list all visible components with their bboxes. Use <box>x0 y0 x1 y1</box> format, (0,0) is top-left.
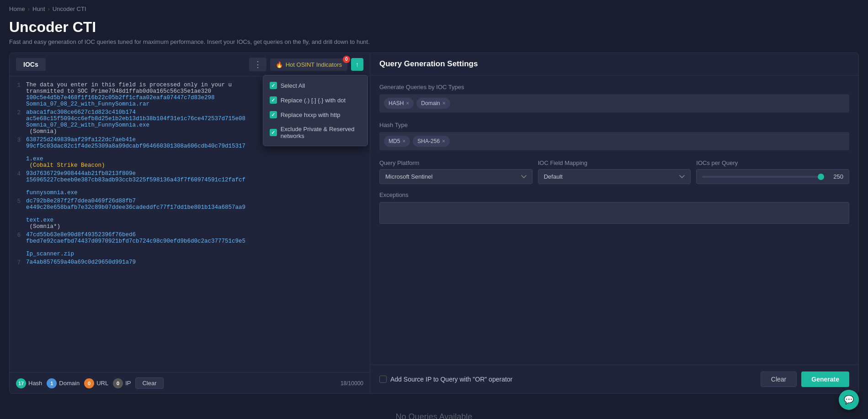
ioc-line: 647cd55b63e8e90d8f49352396f76bed6 fbed7e… <box>10 231 370 258</box>
export-icon: ↑ <box>356 61 359 68</box>
chat-icon: 💬 <box>844 395 854 405</box>
hash-label: Hash <box>28 380 42 387</box>
line-number: 7 <box>10 259 26 266</box>
iocs-per-query-group: IOCs per Query 250 <box>696 159 849 184</box>
ioc-types-tags: HASH × Domain × <box>379 94 849 112</box>
line-part: 100c5e4d5b7e468f1f16b22c05b2ff1cfaa02eaf… <box>26 95 215 101</box>
domain-count-badge: 1 Domain <box>47 378 80 388</box>
dropdown-menu: Select All Replace (.) [.] {.} with dot … <box>263 75 368 146</box>
line-part: (Cobalt Strike Beacon) <box>26 162 105 169</box>
sha256-tag[interactable]: SHA-256 × <box>413 136 450 147</box>
exclude-private-item[interactable]: Exclude Private & Reserved networks <box>263 122 367 143</box>
ioc-actions: ⋮ Select All Replace (.) [.] {.} with do… <box>249 58 363 71</box>
ioc-tab: IOCs <box>16 58 46 71</box>
replace-hxxp-item[interactable]: Replace hxxp with http <box>263 107 367 122</box>
hash-tag-label: HASH <box>389 100 404 106</box>
slider-track <box>702 176 824 178</box>
slider-value: 250 <box>830 173 843 180</box>
settings-header: Query Generation Settings <box>370 53 858 75</box>
hot-osint-button[interactable]: 🔥 Hot OSINT Indicators 0 <box>270 58 347 71</box>
breadcrumb-sep1: › <box>28 5 30 12</box>
hash-type-label: Hash Type <box>379 122 849 128</box>
line-part: ac5e68c15f5094cc6efb8d25e1b2eb13d1b38b10… <box>26 116 245 122</box>
exclude-private-label: Exclude Private & Reserved networks <box>281 126 361 139</box>
page-header: Uncoder CTI Fast and easy generation of … <box>0 15 868 53</box>
line-content: 7a4ab857659a40a69c0d29650d991a79 <box>26 259 370 266</box>
line-part: (Somnia) <box>26 128 57 135</box>
source-ip-label: Add Source IP to Query with "OR" operato… <box>390 376 512 383</box>
ioc-field-mapping-select[interactable]: Default Custom <box>538 169 691 184</box>
line-part: (Somnia*) <box>26 223 60 230</box>
hash-tag-close[interactable]: × <box>406 100 409 106</box>
line-part: Somnia_07_08_22_with_FunnySomnia.exe <box>26 122 149 128</box>
iocs-per-query-label: IOCs per Query <box>696 159 849 166</box>
ioc-line: 5dc792b8e287f2f7ddea0469f26d88fb7 e449c2… <box>10 197 370 231</box>
footer-buttons: Clear Generate <box>761 371 849 387</box>
bottom-section: No Queries Available <box>0 403 868 419</box>
line-part: 7a4ab857659a40a69c0d29650d991a79 <box>26 259 136 265</box>
ioc-footer: 17 Hash 1 Domain 0 URL 0 IP Clear 18/100… <box>10 372 370 393</box>
iocs-per-query-slider-row: 250 <box>696 169 849 184</box>
replace-hxxp-label: Replace hxxp with http <box>281 111 341 118</box>
md5-tag-close[interactable]: × <box>402 138 405 144</box>
sha256-tag-label: SHA-256 <box>417 138 440 144</box>
line-part: Somnia_07_08_22_with_FunnySomnia.rar <box>26 101 149 107</box>
url-label: URL <box>96 380 108 387</box>
hash-count-badge: 17 Hash <box>16 378 42 388</box>
ioc-line: 77a4ab857659a40a69c0d29650d991a79 <box>10 258 370 267</box>
domain-tag[interactable]: Domain × <box>416 98 450 109</box>
breadcrumb-current: Uncoder CTI <box>53 5 86 12</box>
slider-thumb[interactable] <box>818 174 824 180</box>
replace-dot-label: Replace (.) [.] {.} with dot <box>281 97 346 104</box>
hot-osint-label: Hot OSINT Indicators <box>286 61 342 68</box>
breadcrumb-hunt[interactable]: Hunt <box>32 5 45 12</box>
replace-hxxp-checkbox <box>270 111 277 118</box>
domain-label: Domain <box>59 380 80 387</box>
settings-footer: Add Source IP to Query with "OR" operato… <box>370 365 858 393</box>
select-all-checkbox <box>270 82 277 89</box>
ioc-field-mapping-label: IOC Field Mapping <box>538 159 691 166</box>
export-button[interactable]: ↑ <box>351 58 363 71</box>
query-platform-select[interactable]: Microsoft Sentinel Splunk Elastic QRadar <box>379 169 533 184</box>
page-title: Uncoder CTI <box>9 19 859 36</box>
url-badge-circle: 0 <box>84 378 94 388</box>
source-ip-checkbox[interactable] <box>379 376 387 383</box>
line-number: 2 <box>10 109 26 135</box>
replace-dot-checkbox <box>270 96 277 104</box>
ip-count-badge: 0 IP <box>113 378 131 388</box>
ioc-panel: IOCs ⋮ Select All Replace (.) [.] {.} wi… <box>9 53 370 394</box>
breadcrumb: Home › Hunt › Uncoder CTI <box>0 0 868 15</box>
ioc-header: IOCs ⋮ Select All Replace (.) [.] {.} wi… <box>10 53 370 76</box>
domain-tag-close[interactable]: × <box>442 100 446 106</box>
breadcrumb-home[interactable]: Home <box>9 5 25 12</box>
generate-button[interactable]: Generate <box>801 371 849 387</box>
replace-dot-item[interactable]: Replace (.) [.] {.} with dot <box>263 93 367 107</box>
exclude-private-checkbox <box>270 129 277 136</box>
hot-osint-badge: 0 <box>343 56 350 63</box>
ioc-line: 493d7636729e908444ab21fb8213f809e 156965… <box>10 170 370 197</box>
line-content: dc792b8e287f2f7ddea0469f26d88fb7 e449c28… <box>26 198 370 230</box>
line-number: 6 <box>10 232 26 257</box>
hash-type-tags: MD5 × SHA-256 × <box>379 132 849 150</box>
line-number: 5 <box>10 198 26 230</box>
settings-clear-button[interactable]: Clear <box>761 371 797 387</box>
line-part: 47cd55b63e8e90d8f49352396f76bed6 <box>26 232 136 238</box>
line-part: 156965227cbeeb0e387cb83adb93ccb3225f5981… <box>26 177 245 183</box>
md5-tag[interactable]: MD5 × <box>384 136 410 147</box>
line-part <box>26 244 40 251</box>
settings-body: Generate Queries by IOC Types HASH × Dom… <box>370 75 858 365</box>
line-part: text.exe <box>26 217 53 223</box>
line-part: dc792b8e287f2f7ddea0469f26d88fb7 <box>26 198 136 204</box>
line-part <box>26 149 40 156</box>
exceptions-input[interactable] <box>379 202 849 224</box>
chat-button[interactable]: 💬 <box>839 390 859 410</box>
hash-tag[interactable]: HASH × <box>384 98 414 109</box>
ioc-clear-button[interactable]: Clear <box>135 377 163 389</box>
select-all-item[interactable]: Select All <box>263 78 367 93</box>
exceptions-label: Exceptions <box>379 191 849 198</box>
options-button[interactable]: ⋮ <box>249 58 266 71</box>
sha256-tag-close[interactable]: × <box>442 138 445 144</box>
main-content: IOCs ⋮ Select All Replace (.) [.] {.} wi… <box>0 53 868 403</box>
ioc-types-section: Generate Queries by IOC Types HASH × Dom… <box>379 84 849 112</box>
line-content: 47cd55b63e8e90d8f49352396f76bed6 fbed7e9… <box>26 232 370 257</box>
